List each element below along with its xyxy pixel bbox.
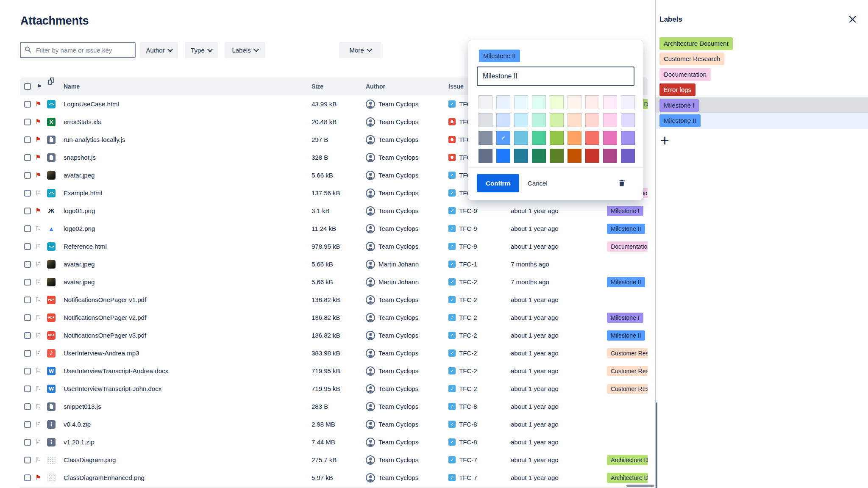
- label-pill[interactable]: Milestone I: [607, 313, 643, 323]
- label-pill[interactable]: Customer Research: [607, 384, 648, 394]
- attachment-name-link[interactable]: avatar.jpeg: [64, 166, 95, 184]
- flag-outline-icon[interactable]: ⚐: [35, 451, 41, 469]
- flag-filled-icon[interactable]: ⚑: [35, 202, 41, 220]
- flag-outline-icon[interactable]: ⚐: [35, 327, 41, 344]
- flag-outline-icon[interactable]: ⚐: [35, 238, 41, 255]
- issue-key-link[interactable]: TFC-9: [459, 220, 477, 238]
- label-chip[interactable]: Error logs: [659, 83, 696, 96]
- attachment-name-link[interactable]: avatar.jpeg: [64, 255, 95, 273]
- issue-key-link[interactable]: TFC-2: [459, 309, 477, 327]
- color-swatch[interactable]: [621, 113, 635, 127]
- row-checkbox[interactable]: [24, 421, 31, 428]
- issue-key-link[interactable]: TFC-2: [459, 380, 477, 398]
- column-header-name[interactable]: Name: [64, 78, 80, 95]
- row-checkbox[interactable]: [24, 154, 31, 161]
- flag-outline-icon[interactable]: ⚐: [35, 309, 41, 327]
- row-checkbox[interactable]: [24, 368, 31, 374]
- row-checkbox[interactable]: [24, 243, 31, 250]
- flag-filled-icon[interactable]: ⚑: [35, 113, 41, 131]
- flag-outline-icon[interactable]: ⚐: [35, 433, 41, 451]
- row-checkbox[interactable]: [24, 385, 31, 392]
- color-swatch[interactable]: [603, 131, 617, 145]
- flag-filled-icon[interactable]: ⚑: [35, 469, 41, 487]
- flag-filled-icon[interactable]: ⚑: [35, 131, 41, 149]
- row-checkbox[interactable]: [24, 474, 31, 481]
- attachment-name-link[interactable]: Reference.html: [64, 238, 107, 255]
- row-checkbox[interactable]: [24, 208, 31, 214]
- issue-key-link[interactable]: TFC-8: [459, 433, 477, 451]
- row-checkbox[interactable]: [24, 136, 31, 143]
- filter-dropdown-type[interactable]: Type: [185, 42, 218, 58]
- color-swatch[interactable]: [568, 95, 581, 109]
- attachment-name-link[interactable]: avatar.jpeg: [64, 273, 95, 291]
- filter-input[interactable]: [20, 42, 136, 58]
- label-name-input[interactable]: [477, 67, 634, 86]
- color-swatch[interactable]: [514, 149, 528, 163]
- label-pill[interactable]: Milestone II: [607, 277, 645, 287]
- attachment-name-link[interactable]: NotificationsOnePager v2.pdf: [64, 309, 146, 327]
- attachment-name-link[interactable]: UserInterviewTranscript-John.docx: [64, 380, 161, 398]
- color-swatch[interactable]: [532, 131, 546, 145]
- color-swatch[interactable]: [621, 131, 635, 145]
- flag-outline-icon[interactable]: ⚐: [35, 398, 41, 416]
- color-swatch[interactable]: [514, 131, 528, 145]
- flag-outline-icon[interactable]: ⚐: [35, 380, 41, 398]
- color-swatch[interactable]: [550, 95, 564, 109]
- attachment-name-link[interactable]: errorStats.xls: [64, 113, 101, 131]
- issue-key-link[interactable]: TFC-1: [459, 255, 477, 273]
- color-swatch[interactable]: [532, 113, 546, 127]
- vertical-scrollbar-thumb[interactable]: [656, 402, 657, 488]
- attachment-name-link[interactable]: UserInterview-Andrea.mp3: [64, 344, 139, 362]
- column-header-issue[interactable]: Issue: [448, 78, 464, 95]
- flag-outline-icon[interactable]: ⚐: [35, 344, 41, 362]
- issue-key-link[interactable]: TFC-8: [459, 398, 477, 416]
- color-swatch[interactable]: [479, 131, 492, 145]
- filter-dropdown-labels[interactable]: Labels: [225, 42, 265, 58]
- color-swatch[interactable]: [621, 149, 635, 163]
- color-swatch[interactable]: [585, 113, 599, 127]
- flag-filled-icon[interactable]: ⚑: [35, 166, 41, 184]
- row-checkbox[interactable]: [24, 403, 31, 410]
- color-swatch[interactable]: [621, 95, 635, 109]
- attachment-name-link[interactable]: v1.20.1.zip: [64, 433, 95, 451]
- color-swatch[interactable]: [514, 95, 528, 109]
- label-pill[interactable]: Documentation: [607, 241, 648, 252]
- issue-key-link[interactable]: TFC-9: [459, 238, 477, 255]
- issue-key-link[interactable]: TFC-2: [459, 362, 477, 380]
- label-pill[interactable]: Milestone II: [607, 224, 645, 234]
- label-pill[interactable]: Milestone II: [607, 330, 645, 341]
- color-swatch[interactable]: [585, 95, 599, 109]
- attachment-name-link[interactable]: v0.4.0.zip: [64, 416, 91, 433]
- color-swatch[interactable]: ✓: [496, 131, 510, 145]
- color-swatch[interactable]: [568, 149, 581, 163]
- color-swatch[interactable]: [550, 149, 564, 163]
- attachment-name-link[interactable]: NotificationsOnePager v3.pdf: [64, 327, 146, 344]
- flag-outline-icon[interactable]: ⚐: [35, 255, 41, 273]
- attachment-name-link[interactable]: run-analytics-locally.js: [64, 131, 125, 149]
- color-swatch[interactable]: [550, 113, 564, 127]
- issue-key-link[interactable]: TFC-7: [459, 469, 477, 487]
- row-checkbox[interactable]: [24, 279, 31, 286]
- flag-outline-icon[interactable]: ⚐: [35, 416, 41, 433]
- column-header-size[interactable]: Size: [312, 78, 323, 95]
- issue-key-link[interactable]: TFC-2: [459, 291, 477, 309]
- color-swatch[interactable]: [585, 149, 599, 163]
- label-pill[interactable]: Architecture Document: [607, 473, 648, 483]
- attachment-name-link[interactable]: ClassDiagram.png: [64, 451, 116, 469]
- color-swatch[interactable]: [568, 113, 581, 127]
- flag-outline-icon[interactable]: ⚐: [35, 184, 41, 202]
- label-chip[interactable]: Documentation: [659, 68, 711, 81]
- attachment-name-link[interactable]: logo01.png: [64, 202, 95, 220]
- confirm-button[interactable]: Confirm: [477, 174, 519, 192]
- column-header-author[interactable]: Author: [366, 78, 385, 95]
- flag-outline-icon[interactable]: ⚐: [35, 362, 41, 380]
- issue-key-link[interactable]: TFC-2: [459, 273, 477, 291]
- row-checkbox[interactable]: [24, 297, 31, 303]
- color-swatch[interactable]: [479, 95, 492, 109]
- issue-key-link[interactable]: TFC-2: [459, 344, 477, 362]
- delete-label-trash-icon[interactable]: [618, 179, 626, 187]
- attachment-name-link[interactable]: ClassDiagramEnhanced.png: [64, 469, 145, 487]
- color-swatch[interactable]: [568, 131, 581, 145]
- attachment-name-link[interactable]: LoginUseCase.html: [64, 95, 119, 113]
- row-checkbox[interactable]: [24, 457, 31, 463]
